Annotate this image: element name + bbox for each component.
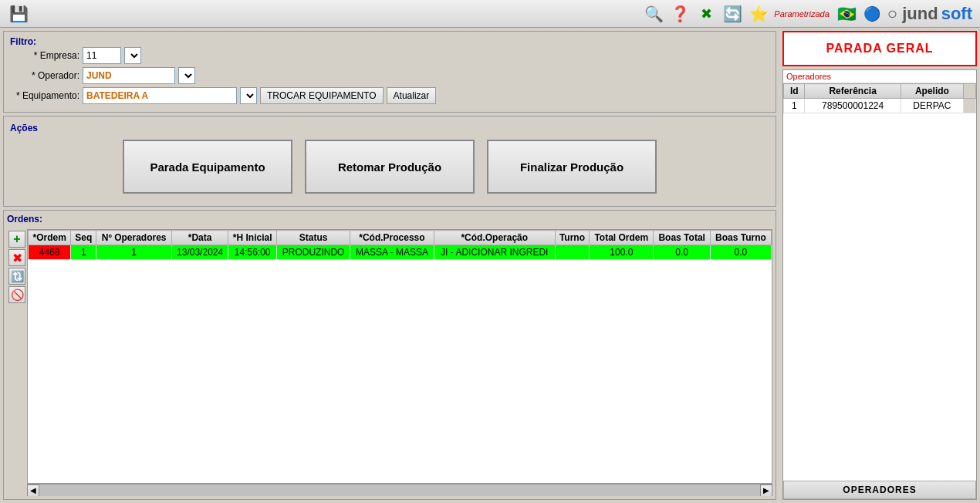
- col-turno: Turno: [555, 231, 590, 245]
- cancel-ordem-button[interactable]: 🚫: [8, 286, 25, 303]
- operador-label: * Operador:: [10, 70, 79, 81]
- col-boas-total: Boas Total: [654, 231, 710, 245]
- flag-icon: 🇧🇷: [837, 5, 857, 23]
- col-h-inicial: *H Inicial: [228, 231, 277, 245]
- acoes-section: Ações Parada Equipamento Retomar Produçã…: [3, 116, 776, 207]
- op-col-apelido: Apelido: [901, 84, 963, 99]
- empresa-input[interactable]: [83, 47, 121, 64]
- toolbar: 💾 🔍 ❓ ✖ 🔄 ⭐ Parametrizada 🇧🇷 🔵 ○ jundsof…: [0, 0, 980, 28]
- acoes-title: Ações: [10, 123, 38, 133]
- equipamento-select[interactable]: [240, 87, 257, 104]
- col-boas-turno: Boas Turno: [710, 231, 771, 245]
- empresa-label: * Empresa:: [10, 50, 79, 61]
- op-col-referencia: Referência: [805, 84, 901, 99]
- copy-ordem-button[interactable]: 🔃: [8, 268, 25, 285]
- empresa-select[interactable]: [124, 47, 141, 64]
- help-icon[interactable]: ❓: [669, 3, 691, 25]
- scroll-track[interactable]: [39, 484, 760, 497]
- operadores-title: Operadores: [783, 70, 976, 83]
- param-label: Parametrizada: [774, 9, 830, 19]
- ordens-tools: + ✖ 🔃 🚫: [7, 229, 27, 496]
- col-data: *Data: [172, 231, 228, 245]
- excel-icon[interactable]: ✖: [695, 3, 717, 25]
- op-col-id: Id: [784, 84, 805, 99]
- retomar-producao-button[interactable]: Retomar Produção: [305, 140, 475, 194]
- col-cod-operacao: *Cód.Operação: [434, 231, 555, 245]
- operadores-footer-button[interactable]: OPERADORES: [783, 481, 976, 499]
- right-panel: PARADA GERAL Operadores Id Referência Ap…: [779, 28, 980, 503]
- save-icon[interactable]: 💾: [8, 3, 29, 25]
- filtro-title: Filtro:: [10, 36, 36, 47]
- finalizar-producao-button[interactable]: Finalizar Produção: [487, 140, 657, 194]
- trocar-equipamento-button[interactable]: TROCAR EQUIPAMENTO: [260, 87, 384, 104]
- delete-ordem-button[interactable]: ✖: [8, 249, 25, 266]
- op-table: Id Referência Apelido 1789500001224DERPA…: [783, 83, 976, 113]
- ordens-table-container[interactable]: *Ordem Seq Nº Operadores *Data *H Inicia…: [27, 229, 772, 484]
- col-status: Status: [277, 231, 350, 245]
- scroll-right-button[interactable]: ▶: [760, 484, 772, 497]
- filtro-section: Filtro: * Empresa: * Operador: * Equipam…: [3, 31, 776, 113]
- op-table-container[interactable]: Id Referência Apelido 1789500001224DERPA…: [783, 83, 976, 481]
- col-cod-processo: *Cód.Processo: [350, 231, 434, 245]
- scroll-left-button[interactable]: ◀: [27, 484, 39, 497]
- ordens-section: Ordens: + ✖ 🔃 🚫 *Ordem Seq: [3, 210, 776, 500]
- col-total-ordem: Total Ordem: [590, 231, 654, 245]
- refresh-icon[interactable]: 🔵: [861, 3, 883, 25]
- op-scrollbar-col: [964, 84, 976, 99]
- brand-logo: ○ jundsoft: [887, 4, 972, 24]
- col-n-operadores: Nº Operadores: [96, 231, 172, 245]
- list-item[interactable]: 1789500001224DERPAC: [784, 99, 976, 113]
- operador-row: * Operador:: [10, 67, 769, 84]
- add-ordem-button[interactable]: +: [8, 231, 25, 248]
- parada-equipamento-button[interactable]: Parada Equipamento: [123, 140, 292, 194]
- horizontal-scrollbar[interactable]: ◀ ▶: [27, 484, 772, 496]
- operador-input[interactable]: [83, 67, 175, 84]
- star-icon[interactable]: ⭐: [748, 3, 769, 25]
- parada-geral-button[interactable]: PARADA GERAL: [782, 31, 977, 66]
- equipamento-label: * Equipamento:: [10, 90, 79, 101]
- operadores-panel: Operadores Id Referência Apelido 1789500…: [782, 69, 977, 500]
- equipamento-row: * Equipamento: TROCAR EQUIPAMENTO Atuali…: [10, 87, 769, 104]
- col-ordem: *Ordem: [29, 231, 71, 245]
- atualizar-button[interactable]: Atualizar: [387, 87, 437, 104]
- ordens-table: *Ordem Seq Nº Operadores *Data *H Inicia…: [28, 230, 772, 260]
- search-icon[interactable]: 🔍: [643, 3, 664, 25]
- table-row[interactable]: 44681113/03/202414:56:00PRODUZINDOMASSA …: [29, 245, 772, 260]
- acoes-buttons: Parada Equipamento Retomar Produção Fina…: [10, 133, 769, 200]
- sync-icon[interactable]: 🔄: [721, 3, 743, 25]
- equipamento-input[interactable]: [83, 87, 237, 104]
- operador-select[interactable]: [178, 67, 195, 84]
- ordens-title: Ordens:: [7, 214, 772, 224]
- empresa-row: * Empresa:: [10, 47, 769, 64]
- col-seq: Seq: [71, 231, 96, 245]
